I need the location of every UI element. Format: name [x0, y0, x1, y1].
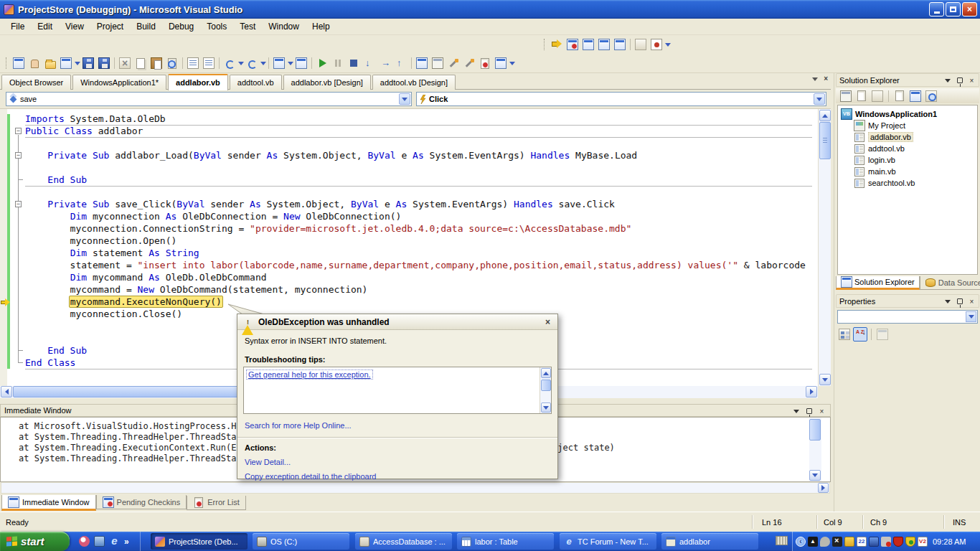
props-close-icon[interactable]: ×	[966, 296, 977, 306]
solution-explorer-titlebar[interactable]: Solution Explorer ×	[836, 73, 979, 87]
uncomment-lines-button[interactable]	[201, 55, 217, 71]
save-all-button[interactable]	[96, 55, 112, 71]
tray-shield-red-icon[interactable]	[893, 537, 903, 547]
internet-explorer-icon[interactable]: e	[109, 536, 120, 547]
copy-button[interactable]	[133, 55, 149, 71]
menu-view[interactable]: View	[59, 19, 90, 34]
save-button[interactable]	[80, 55, 96, 71]
immediate-window-button[interactable]	[493, 55, 509, 71]
general-help-link[interactable]: Get general help for this exception.	[246, 369, 373, 380]
event-combo-dropdown[interactable]	[814, 93, 825, 105]
error-list-button[interactable]	[477, 55, 493, 71]
tray-collapse-icon[interactable]: ‹	[796, 537, 806, 547]
view-designer-button[interactable]	[908, 89, 923, 103]
navigate-backward-button[interactable]	[271, 55, 287, 71]
task-tc-forum-new-t-[interactable]: eTC Forum - New T...	[560, 533, 656, 550]
messenger-icon[interactable]	[79, 536, 90, 547]
clock[interactable]: 09:28 AM	[933, 537, 966, 546]
start-debugging-button[interactable]	[314, 55, 330, 71]
object-combo[interactable]: save	[6, 92, 412, 106]
close-button[interactable]: ×	[962, 2, 977, 17]
props-auto-hide-pin-icon[interactable]	[954, 296, 965, 306]
solution-explorer-button[interactable]	[414, 55, 430, 71]
property-pages-button[interactable]	[875, 327, 890, 342]
tray-network-icon[interactable]	[869, 537, 879, 547]
show-desktop-icon[interactable]	[94, 536, 105, 547]
tips-scroll-up-icon[interactable]	[541, 368, 551, 378]
tray-shield-yellow-icon[interactable]	[905, 537, 915, 547]
alphabetical-button[interactable]	[853, 327, 867, 342]
step-into-button[interactable]	[362, 55, 377, 71]
tool-tab-error-list[interactable]: Error List	[187, 496, 246, 510]
pointer-tool-button[interactable]	[27, 55, 42, 71]
immediate-scroll-thumb[interactable]	[809, 419, 821, 441]
tray-balloon-icon[interactable]	[820, 537, 830, 547]
doc-tab-object-browser[interactable]: Object Browser	[1, 75, 71, 90]
menu-project[interactable]: Project	[90, 19, 130, 34]
scroll-up-icon[interactable]	[819, 110, 831, 121]
breakpoints-window-button[interactable]	[565, 37, 580, 52]
refresh-button[interactable]	[870, 89, 885, 103]
step-out-button[interactable]	[393, 55, 409, 71]
open-file-button[interactable]	[42, 55, 58, 71]
properties-titlebar[interactable]: Properties ×	[836, 294, 979, 308]
doc-tab-addlabor-vb-design-[interactable]: addlabor.vb [Design]	[283, 75, 371, 90]
add-new-project-button[interactable]	[11, 55, 27, 71]
toolbox-button[interactable]	[446, 55, 461, 71]
selection-margin[interactable]	[0, 109, 7, 386]
start-button[interactable]: start	[0, 532, 70, 551]
tree-item-my-project[interactable]: My Project	[838, 120, 977, 131]
show-next-statement-button[interactable]	[549, 37, 565, 52]
breakpoint-toggle-button[interactable]	[649, 37, 664, 52]
properties-button[interactable]	[839, 89, 853, 103]
show-all-files-button[interactable]	[854, 89, 869, 103]
menu-test[interactable]: Test	[233, 19, 262, 34]
doc-tab-addlabor-vb[interactable]: addlabor.vb	[168, 74, 228, 90]
menu-debug[interactable]: Debug	[162, 19, 200, 34]
view-class-diagram-button[interactable]	[924, 89, 938, 103]
collapse-region-icon[interactable]: −	[15, 201, 22, 207]
stop-debugging-button[interactable]	[346, 55, 362, 71]
tips-scroll-down-icon[interactable]	[541, 402, 551, 413]
quick-launch-overflow-icon[interactable]: »	[124, 537, 129, 547]
minimize-button[interactable]	[929, 2, 944, 17]
window-position-icon[interactable]	[791, 406, 801, 416]
keyboard-layout-icon[interactable]	[776, 536, 788, 545]
comment-lines-button[interactable]	[185, 55, 201, 71]
navigate-backward-dropdown-icon[interactable]	[287, 55, 293, 71]
tree-item-main-vb[interactable]: main.vb	[838, 166, 977, 177]
undo-dropdown-icon[interactable]	[237, 55, 244, 71]
close-tool-window-icon[interactable]: ×	[816, 406, 827, 416]
doc-tab-addtool-vb-design-[interactable]: addtool.vb [Design]	[372, 75, 456, 90]
categorized-button[interactable]	[837, 327, 852, 342]
vertical-scroll-thumb[interactable]	[819, 122, 831, 159]
task-accessdatabase-[interactable]: AccessDatabase : ...	[355, 533, 452, 550]
tree-item-addtool-vb[interactable]: addtool.vb	[838, 143, 977, 154]
scroll-left-icon[interactable]	[1, 386, 12, 397]
view-detail-link[interactable]: View Detail...	[245, 458, 291, 466]
step-over-button[interactable]	[377, 55, 393, 71]
menu-window[interactable]: Window	[262, 19, 306, 34]
tray-close-icon[interactable]	[832, 537, 842, 547]
copy-detail-link[interactable]: Copy exception detail to the clipboard	[245, 472, 376, 481]
tool-tab-immediate-window[interactable]: Immediate Window	[1, 495, 96, 511]
view-code-button[interactable]	[892, 89, 907, 103]
add-item-dropdown-button[interactable]	[58, 55, 74, 71]
toolbar-options-icon[interactable]	[509, 55, 515, 71]
immediate-vertical-scrollbar[interactable]	[809, 418, 821, 481]
tab-list-dropdown-icon[interactable]	[812, 77, 818, 81]
breakpoint-toggle-dropdown-icon[interactable]	[664, 37, 671, 52]
search-help-online-link[interactable]: Search for more Help Online...	[245, 421, 352, 430]
scroll-right-icon[interactable]	[806, 386, 817, 397]
panel-tab-solution-explorer[interactable]: Solution Explorer	[836, 276, 920, 290]
tips-scrollbar[interactable]	[540, 367, 551, 413]
cut-button[interactable]	[117, 55, 133, 71]
tree-item-windowsapplication1[interactable]: WindowsApplication1	[838, 108, 977, 120]
tool-tab-pending-checkins[interactable]: Pending Checkins	[96, 495, 187, 509]
redo-button[interactable]	[244, 55, 260, 71]
close-document-icon[interactable]: ×	[824, 75, 828, 83]
external-tools-button[interactable]	[461, 55, 477, 71]
immediate-horizontal-scrollbar[interactable]	[1, 482, 830, 494]
call-stack-window-button[interactable]	[612, 37, 628, 52]
paste-button[interactable]	[149, 55, 164, 71]
